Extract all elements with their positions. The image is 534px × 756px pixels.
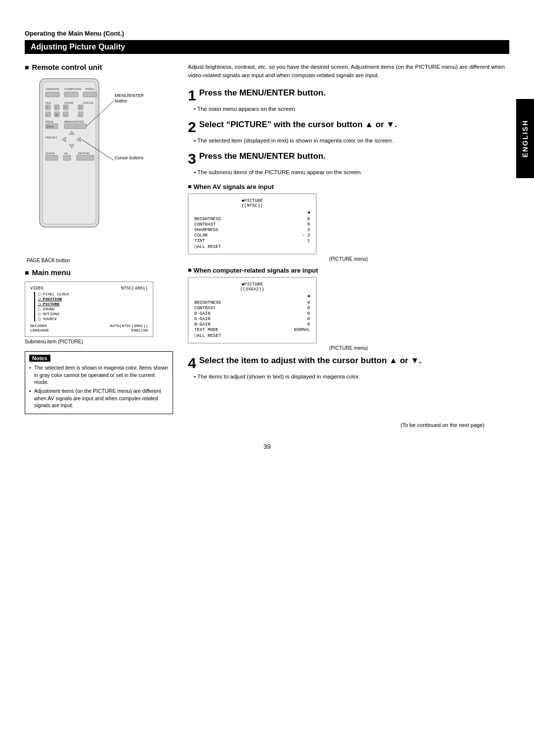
svg-text:MENU/ENTER: MENU/ENTER <box>115 93 143 98</box>
av-signals-heading: When AV signals are input <box>188 183 509 190</box>
step-2-number: 2 <box>188 120 196 135</box>
step-2-block: 2 Select “PICTURE” with the cursor butto… <box>188 120 509 143</box>
comp-item-contrast: CONTRAST0 <box>194 306 310 311</box>
menu-header-left: VIDEO <box>30 286 44 291</box>
intro-text: Adjust brightness, contrast, etc. so you… <box>188 63 509 80</box>
av-cursor: ◄ <box>194 210 310 215</box>
main-menu-diagram: VIDEO NTSC(480i) ▢ PIXEL CLOCK ▢ POSITIO… <box>25 282 153 337</box>
svg-text:FOCUS: FOCUS <box>83 101 93 104</box>
notes-box: Notes The selected item is shown in mage… <box>25 351 173 414</box>
computer-menu-caption: (PICTURE menu) <box>188 345 509 351</box>
av-menu-title: ◆PICTURE ((NTSC)) <box>194 198 310 208</box>
notes-item-1: The selected item is shown in magenta co… <box>29 364 169 386</box>
page-back-label: PAGE BACK button <box>27 258 143 263</box>
svg-text:VOL: VOL <box>45 101 52 104</box>
menu-footer-right: AUTO(NTSC(480i)) <box>110 324 148 328</box>
av-item-contrast: CONTRAST0 <box>194 222 310 227</box>
av-picture-menu-box: ◆PICTURE ((NTSC)) ◄ BRIGHTNESS0 CONTRAST… <box>188 193 316 254</box>
comp-item-bgain: B-GAIN0 <box>194 322 310 327</box>
comp-item-textmode: TEXT MODENORMAL <box>194 328 310 332</box>
svg-rect-5 <box>45 92 59 97</box>
svg-text:PAGE: PAGE <box>45 120 53 123</box>
svg-rect-41 <box>63 155 71 160</box>
comp-item-ggain: G-GAIN0 <box>194 317 310 322</box>
svg-text:–: – <box>46 113 48 116</box>
step-3-number: 3 <box>188 151 196 166</box>
svg-text:T: T <box>55 106 57 109</box>
continued-text: (To be continued on the next page) <box>25 422 485 428</box>
step-4-title: Select the item to adjust with the curso… <box>199 356 421 366</box>
svg-text:–: – <box>79 113 81 116</box>
step-4-note: The items to adjust (shown in text) is d… <box>194 374 509 379</box>
operating-header: Operating the Main Menu (Cont.) <box>25 30 509 37</box>
svg-text:Cursor buttons: Cursor buttons <box>115 155 143 160</box>
step-1-number: 1 <box>188 88 196 103</box>
svg-rect-40 <box>45 155 58 160</box>
svg-text:COMPUTER: COMPUTER <box>64 88 82 91</box>
av-item-brightness: BRIGHTNESS0 <box>194 217 310 222</box>
svg-text:QUICK: QUICK <box>45 152 55 155</box>
svg-text:OPERATE: OPERATE <box>45 88 59 91</box>
svg-text:W: W <box>55 113 58 116</box>
remote-svg: OPERATE COMPUTER VIDEO VOL ZOOM FOCUS + <box>25 76 143 254</box>
svg-rect-42 <box>77 155 94 160</box>
computer-picture-menu-box: ◆PICTURE ((SXGA2)) ◄ BRIGHTNESS0 CONTRAS… <box>188 277 316 343</box>
svg-text:PRESET: PRESET <box>45 136 57 139</box>
svg-text:+: + <box>79 106 81 109</box>
remote-control-heading: Remote control unit <box>25 63 173 71</box>
svg-text:MUTING: MUTING <box>78 152 90 155</box>
step-3-note: The submenu items of the PICTURE menu ap… <box>194 169 509 175</box>
notes-title: Notes <box>29 355 50 362</box>
av-item-color: COLOR– 3 <box>194 233 310 238</box>
step-4-block: 4 Select the item to adjust with the cur… <box>188 356 509 379</box>
computer-menu-title: ◆PICTURE ((SXGA2)) <box>194 282 310 292</box>
svg-rect-31 <box>64 124 87 129</box>
english-text: ENGLISH <box>521 120 529 157</box>
menu-language-value: ENGLISH <box>131 328 148 332</box>
step-2-title: Select “PICTURE” with the cursor button … <box>199 120 397 130</box>
step-1-title: Press the MENU/ENTER button. <box>199 88 326 98</box>
section-title-bar: Adjusting Picture Quality <box>25 40 509 54</box>
notes-item-2: Adjustment items (on the PICTURE menu) a… <box>29 387 169 409</box>
menu-language-label: LANGUAGE <box>30 328 49 332</box>
page-number: 39 <box>25 443 509 450</box>
comp-item-allreset: ▢ALL RESET <box>194 333 310 338</box>
comp-item-rgain: R-GAIN0 <box>194 311 310 316</box>
step-4-number: 4 <box>188 356 196 371</box>
menu-header-right: NTSC(480i) <box>121 286 148 291</box>
av-menu-caption: (PICTURE menu) <box>188 256 509 262</box>
svg-rect-7 <box>83 92 97 97</box>
av-item-sharpness: SHARPNESS3 <box>194 228 310 233</box>
english-sidebar: ENGLISH <box>516 99 534 178</box>
step-3-title: Press the MENU/ENTER button. <box>199 151 326 161</box>
remote-diagram: OPERATE COMPUTER VIDEO VOL ZOOM FOCUS + <box>25 76 143 263</box>
svg-text:VIDEO: VIDEO <box>85 88 94 91</box>
svg-text:BACK: BACK <box>46 125 54 128</box>
av-item-allreset: ▢ALL RESET <box>194 244 310 249</box>
main-menu-heading: Main menu <box>25 268 173 277</box>
svg-rect-6 <box>64 92 78 97</box>
step-1-note: The main menu appears on the screen. <box>194 106 509 112</box>
svg-text:+: + <box>46 106 48 109</box>
svg-text:AV: AV <box>64 152 68 155</box>
svg-text:+: + <box>64 106 66 109</box>
computer-signals-heading: When computer-related signals are input <box>188 267 509 274</box>
menu-footer-left: DECODER <box>30 324 47 328</box>
svg-text:MENU/ENTER: MENU/ENTER <box>64 120 84 123</box>
submenu-label: Submenu item (PICTURE) <box>25 339 173 344</box>
av-signals-section: When AV signals are input ◆PICTURE ((NTS… <box>188 183 509 351</box>
av-item-tint: TINT1 <box>194 238 310 243</box>
step-1-block: 1 Press the MENU/ENTER button. The main … <box>188 88 509 112</box>
svg-text:ZOOM: ZOOM <box>64 101 73 104</box>
svg-text:–: – <box>64 113 66 116</box>
comp-item-brightness: BRIGHTNESS0 <box>194 300 310 305</box>
computer-cursor: ◄ <box>194 294 310 299</box>
step-3-block: 3 Press the MENU/ENTER button. The subme… <box>188 151 509 175</box>
step-2-note: The selected item (displayed in text) is… <box>194 138 509 143</box>
svg-text:button: button <box>115 98 127 103</box>
